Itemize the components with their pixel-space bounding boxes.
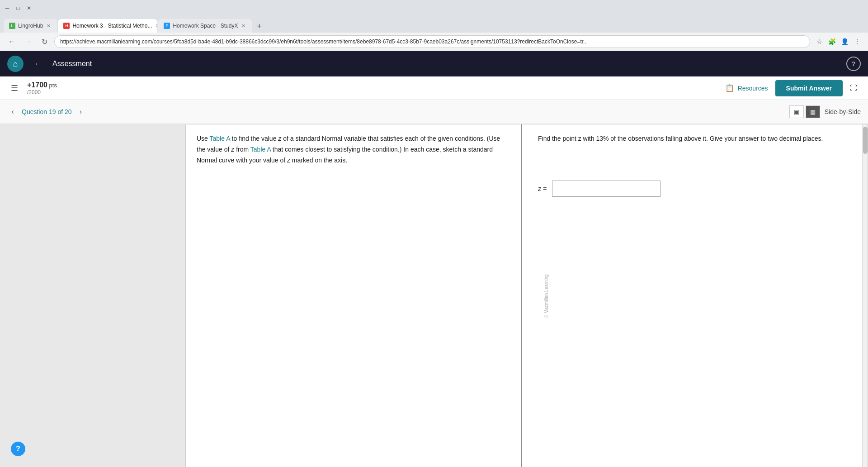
forward-nav-button[interactable]: →	[22, 35, 34, 48]
answer-row: z =	[538, 181, 851, 197]
title-bar: ─ □ ✕	[0, 0, 868, 16]
points-total: /2000	[27, 89, 57, 95]
single-view-button[interactable]: ▣	[789, 105, 804, 118]
tab-close-studyx[interactable]: ✕	[241, 22, 246, 30]
points-container: +1700 pts /2000	[27, 81, 57, 95]
tab-homework[interactable]: H Homework 3 - Statistical Metho... ✕	[58, 19, 157, 33]
app-header: ⌂ ← Assessment ?	[0, 51, 868, 76]
prev-question-button[interactable]: ‹	[7, 106, 18, 117]
left-sidebar	[0, 124, 185, 467]
tab-favicon-lingro: L	[9, 23, 15, 29]
tab-label-homework: Homework 3 - Statistical Metho...	[72, 23, 152, 29]
points-value: +1700 pts	[27, 81, 57, 89]
minimize-button[interactable]: ─	[4, 5, 11, 12]
profile-icon[interactable]: 👤	[839, 36, 850, 47]
tab-close-homework[interactable]: ✕	[155, 22, 157, 30]
main-content: Use Table A to find the value z of a sta…	[0, 124, 868, 467]
new-tab-button[interactable]: +	[253, 20, 265, 33]
scrollbar-thumb[interactable]	[863, 127, 868, 154]
table-a-link-2[interactable]: Table A	[250, 146, 271, 153]
watermark: © Macmillan Learning	[544, 274, 549, 318]
hamburger-menu-button[interactable]: ☰	[7, 81, 22, 95]
resources-button[interactable]: 📋 Resources	[718, 80, 775, 96]
view-mode-label: Side-by-Side	[825, 108, 861, 115]
panes-container: Use Table A to find the value z of a sta…	[185, 124, 868, 467]
question-nav: ‹ Question 19 of 20 › ▣ ▦ Side-by-Side	[0, 100, 868, 124]
browser-chrome: ─ □ ✕ L LingroHub ✕ H Homework 3 - Stati…	[0, 0, 868, 51]
tabs-bar: L LingroHub ✕ H Homework 3 - Statistical…	[0, 16, 868, 33]
tab-lingro[interactable]: L LingroHub ✕	[4, 19, 57, 33]
question-body-text: Find the point z with 13% of the observa…	[538, 133, 851, 144]
answer-input[interactable]	[552, 181, 660, 197]
submit-answer-button[interactable]: Submit Answer	[775, 80, 843, 96]
scrollbar-track[interactable]	[862, 124, 868, 467]
split-view-button[interactable]: ▦	[806, 105, 820, 118]
question-label[interactable]: Question 19 of 20	[22, 108, 72, 115]
extensions-icon[interactable]: 🧩	[826, 36, 837, 47]
app-title: Assessment	[52, 60, 839, 68]
address-icons: ☆ 🧩 👤 ⋮	[814, 36, 863, 47]
question-answer-pane: © Macmillan Learning Find the point z wi…	[522, 124, 862, 467]
settings-icon[interactable]: ⋮	[852, 36, 863, 47]
next-question-button[interactable]: ›	[75, 106, 86, 117]
bookmark-star-icon[interactable]: ☆	[814, 36, 825, 47]
help-bubble-button[interactable]: ?	[11, 442, 25, 456]
close-button[interactable]: ✕	[25, 5, 33, 12]
header-help-button[interactable]: ?	[846, 57, 861, 71]
tab-label-studyx: Homework Space - StudyX	[173, 23, 238, 29]
table-a-link-1[interactable]: Table A	[210, 135, 230, 142]
reload-button[interactable]: ↻	[38, 35, 51, 48]
fullscreen-button[interactable]: ⛶	[846, 81, 861, 95]
window-controls[interactable]: ─ □ ✕	[4, 5, 33, 12]
tab-favicon-homework: H	[63, 23, 70, 29]
tab-favicon-studyx: S	[164, 23, 170, 29]
back-button[interactable]: ←	[31, 57, 45, 71]
resources-icon: 📋	[725, 84, 734, 92]
question-instruction-text: Use Table A to find the value z of a sta…	[197, 133, 510, 166]
tab-studyx[interactable]: S Homework Space - StudyX ✕	[158, 19, 252, 33]
maximize-button[interactable]: □	[14, 5, 22, 12]
back-nav-button[interactable]: ←	[5, 35, 18, 48]
answer-label: z =	[538, 185, 547, 192]
resources-label: Resources	[738, 85, 768, 92]
view-toggle: ▣ ▦ Side-by-Side	[789, 105, 861, 118]
tab-label-lingro: LingroHub	[18, 23, 43, 29]
address-bar: ← → ↻ ☆ 🧩 👤 ⋮	[0, 33, 868, 51]
address-input[interactable]	[54, 35, 810, 48]
question-instruction-pane: Use Table A to find the value z of a sta…	[186, 124, 522, 467]
home-button[interactable]: ⌂	[7, 56, 24, 72]
toolbar: ☰ +1700 pts /2000 📋 Resources Submit Ans…	[0, 76, 868, 100]
tab-close-lingro[interactable]: ✕	[46, 22, 52, 30]
